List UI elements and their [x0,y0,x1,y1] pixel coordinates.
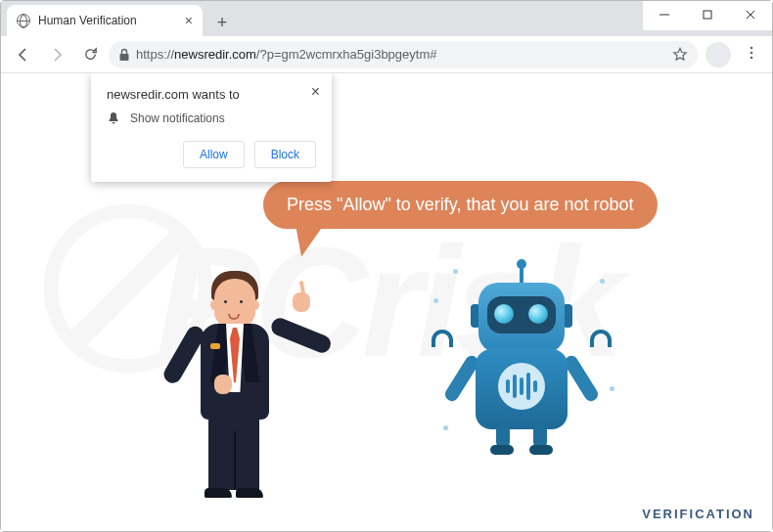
browser-window: Human Verification × + https://newsredir… [0,0,773,532]
minimize-button[interactable] [643,1,686,28]
maximize-button[interactable] [686,1,729,28]
svg-rect-4 [120,54,129,61]
url-text: https://newsredir.com/?p=gm2wcmrxha5gi3b… [136,47,436,62]
allow-button[interactable]: Allow [183,141,245,168]
notification-origin: newsredir.com wants to [107,87,316,102]
businessman-illustration [175,267,302,502]
profile-avatar[interactable] [705,42,731,67]
browser-tab[interactable]: Human Verification × [7,5,203,36]
svg-rect-9 [66,226,190,350]
address-bar[interactable]: https://newsredir.com/?p=gm2wcmrxha5gi3b… [109,41,698,68]
close-window-button[interactable] [729,1,772,28]
speech-bubble: Press "Allow" to verify, that you are no… [263,181,658,229]
bell-icon [107,111,120,125]
bookmark-star-icon[interactable] [672,47,688,63]
tab-title: Human Verification [38,14,177,27]
svg-point-5 [750,46,753,49]
forward-button[interactable] [42,40,71,69]
notification-popup: × newsredir.com wants to Show notificati… [91,73,332,182]
svg-point-6 [750,51,753,54]
close-tab-icon[interactable]: × [185,13,193,28]
lock-icon [118,48,130,62]
new-tab-button[interactable]: + [208,9,236,36]
toolbar: https://newsredir.com/?p=gm2wcmrxha5gi3b… [1,36,772,73]
back-button[interactable] [9,40,38,69]
globe-icon [17,14,30,27]
robot-illustration [433,259,610,465]
svg-point-7 [750,56,753,59]
close-icon[interactable]: × [311,83,320,101]
svg-rect-1 [704,11,711,19]
permission-label: Show notifications [130,111,225,125]
permission-row: Show notifications [107,111,316,125]
block-button[interactable]: Block [254,141,316,168]
footer-label: VERIFICATION [642,507,754,521]
reload-button[interactable] [75,40,105,69]
menu-button[interactable] [739,46,764,64]
page-content: PCrisk × newsredir.com wants to Show not… [1,73,772,531]
